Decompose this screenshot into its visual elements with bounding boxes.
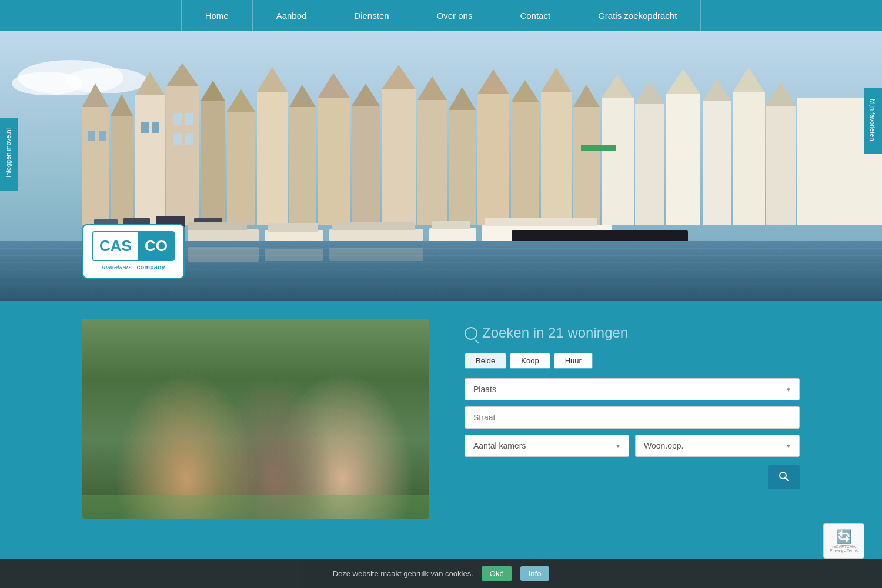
nav-aanbod[interactable]: Aanbod: [253, 0, 331, 31]
recaptcha-icon: 🔄: [836, 529, 852, 544]
sidebar-left-inloggen[interactable]: Inloggen move.nl: [0, 118, 18, 191]
search-panel: Zoeken in 21 woningen Beide Koop Huur Pl…: [465, 319, 800, 489]
woon-opp-wrapper: Woon.opp.: [635, 435, 800, 457]
svg-line-106: [786, 478, 789, 481]
svg-rect-46: [666, 94, 700, 225]
nav-gratis-zoekopdracht[interactable]: Gratis zoekopdracht: [574, 0, 701, 31]
recaptcha-badge: 🔄 reCAPTCHAPrivacy - Terms: [823, 523, 864, 559]
svg-rect-8: [111, 116, 133, 225]
svg-rect-26: [352, 106, 380, 225]
cookie-message: Deze website maakt gebruik van cookies.: [333, 569, 473, 578]
svg-rect-36: [511, 102, 539, 225]
svg-rect-52: [766, 106, 796, 225]
aantal-kamers-select[interactable]: Aantal kamers: [465, 435, 629, 457]
svg-rect-32: [449, 110, 476, 225]
logo-co-text: CO: [145, 237, 168, 255]
svg-point-90: [241, 325, 335, 407]
search-submit-button[interactable]: [768, 465, 800, 489]
svg-point-99: [240, 388, 272, 423]
search-magnifier-icon: [465, 327, 477, 340]
toggle-huur[interactable]: Huur: [554, 353, 593, 369]
svg-rect-96: [82, 460, 429, 519]
nav-diensten[interactable]: Diensten: [330, 0, 413, 31]
svg-rect-58: [185, 133, 193, 145]
svg-rect-10: [135, 95, 165, 225]
cookie-info-button[interactable]: Info: [520, 566, 550, 581]
search-submit-icon: [779, 471, 789, 482]
svg-rect-18: [227, 112, 255, 225]
svg-rect-42: [602, 98, 634, 225]
svg-rect-40: [573, 107, 600, 225]
svg-rect-30: [417, 100, 447, 225]
search-title-text: Zoeken in 21 woningen: [482, 325, 628, 341]
property-type-toggles: Beide Koop Huur: [465, 353, 800, 369]
svg-point-103: [412, 483, 429, 507]
svg-rect-88: [82, 342, 200, 460]
svg-rect-102: [306, 426, 336, 497]
svg-point-101: [306, 393, 335, 426]
svg-rect-34: [477, 94, 509, 225]
logo-company: company: [136, 263, 165, 270]
svg-rect-57: [173, 133, 182, 145]
svg-rect-13: [152, 122, 159, 133]
svg-rect-87: [82, 319, 429, 377]
nav-home[interactable]: Home: [181, 0, 253, 31]
sidebar-right-favorieten[interactable]: Mijn favorieten: [864, 88, 882, 154]
svg-rect-83: [188, 247, 259, 262]
logo-makelaars: makelaars: [102, 263, 132, 270]
svg-rect-12: [141, 122, 149, 133]
logo-cas-text: CAS: [99, 237, 132, 255]
svg-rect-73: [485, 218, 597, 226]
svg-rect-100: [236, 423, 272, 497]
svg-rect-14: [166, 86, 199, 225]
svg-rect-98: [173, 426, 206, 497]
svg-rect-84: [265, 249, 323, 261]
toggle-koop[interactable]: Koop: [510, 353, 550, 369]
woon-opp-select[interactable]: Woon.opp.: [635, 435, 800, 457]
svg-rect-56: [185, 113, 193, 125]
straat-input[interactable]: [465, 406, 800, 429]
svg-rect-50: [733, 92, 765, 225]
team-photo-svg: [82, 319, 429, 519]
svg-point-95: [94, 369, 141, 422]
svg-rect-7: [99, 131, 106, 141]
svg-rect-85: [329, 248, 423, 261]
cookie-bar: Deze website maakt gebruik van cookies. …: [0, 559, 882, 588]
nav-contact[interactable]: Contact: [496, 0, 574, 31]
recaptcha-text: reCAPTCHAPrivacy - Terms: [830, 544, 858, 553]
sidebar-right-label: Mijn favorieten: [864, 93, 881, 147]
svg-rect-6: [88, 131, 95, 141]
svg-rect-67: [268, 223, 318, 232]
svg-rect-86: [82, 319, 429, 519]
svg-rect-91: [253, 366, 323, 413]
svg-rect-16: [201, 101, 225, 225]
svg-rect-65: [188, 222, 247, 230]
svg-rect-22: [289, 107, 316, 225]
main-navigation: Home Aanbod Diensten Over ons Contact Gr…: [0, 0, 882, 31]
team-photo: [82, 319, 429, 519]
cookie-ok-button[interactable]: Oké: [482, 566, 512, 581]
svg-rect-59: [581, 145, 616, 151]
toggle-beide[interactable]: Beide: [465, 353, 506, 369]
logo[interactable]: CAS CO makelaars company: [82, 224, 185, 279]
svg-rect-24: [318, 98, 350, 225]
nav-over-ons[interactable]: Over ons: [413, 0, 497, 31]
svg-rect-20: [257, 92, 288, 225]
logo-container: CAS CO makelaars company: [82, 224, 185, 295]
aantal-kamers-wrapper: Aantal kamers: [465, 435, 629, 457]
plaats-select[interactable]: Plaats: [465, 378, 800, 400]
svg-rect-44: [635, 104, 664, 225]
hero-section: CAS CO makelaars company: [0, 31, 882, 301]
svg-point-97: [176, 393, 206, 426]
plaats-row: Plaats: [465, 378, 800, 400]
svg-point-93: [344, 342, 403, 413]
main-content: Zoeken in 21 woningen Beide Koop Huur Pl…: [0, 301, 882, 588]
svg-rect-104: [412, 483, 429, 498]
svg-rect-48: [703, 101, 731, 225]
straat-row: [465, 406, 800, 429]
svg-rect-38: [541, 92, 572, 225]
plaats-select-wrapper: Plaats: [465, 378, 800, 400]
sidebar-left-label: Inloggen move.nl: [0, 122, 16, 183]
svg-rect-94: [112, 389, 123, 460]
kamers-opp-row: Aantal kamers Woon.opp.: [465, 435, 800, 457]
